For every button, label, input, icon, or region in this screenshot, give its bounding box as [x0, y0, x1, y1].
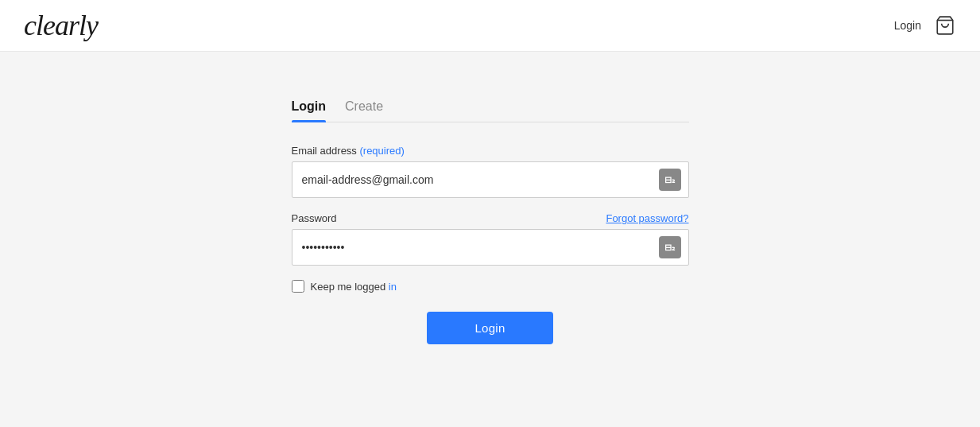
login-button-wrapper: Login [292, 312, 689, 344]
password-input[interactable] [292, 229, 689, 266]
email-field-group: Email address (required) ⊟₂ [292, 145, 689, 198]
password-label: Password [292, 212, 337, 224]
keep-logged-label: Keep me logged in [311, 281, 397, 293]
email-input-wrapper: ⊟₂ [292, 161, 689, 198]
password-field-header: Password Forgot password? [292, 212, 689, 224]
keep-logged-checkbox[interactable] [292, 280, 304, 293]
header: clearly Login [0, 0, 980, 52]
main-content: Login Create Email address (required) ⊟₂… [0, 52, 980, 344]
keep-logged-row: Keep me logged in [292, 280, 689, 293]
email-required-marker: (required) [359, 145, 404, 157]
cart-icon[interactable] [934, 14, 956, 37]
header-right: Login [894, 14, 956, 37]
email-field-header: Email address (required) [292, 145, 689, 157]
email-autofill-icon[interactable]: ⊟₂ [659, 169, 681, 191]
login-button[interactable]: Login [427, 312, 552, 344]
password-autofill-icon[interactable]: ⊟₂ [659, 236, 681, 258]
tab-bar: Login Create [292, 99, 689, 122]
logo: clearly [24, 9, 98, 42]
header-login-link[interactable]: Login [894, 19, 921, 32]
password-field-group: Password Forgot password? ⊟₂ [292, 212, 689, 266]
tab-create[interactable]: Create [345, 99, 383, 122]
form-container: Login Create Email address (required) ⊟₂… [292, 99, 689, 344]
forgot-password-link[interactable]: Forgot password? [606, 212, 688, 224]
cart-svg [935, 15, 955, 36]
tab-login[interactable]: Login [292, 99, 327, 122]
password-input-wrapper: ⊟₂ [292, 229, 689, 266]
email-input[interactable] [292, 161, 689, 198]
email-label: Email address (required) [292, 145, 405, 157]
keep-logged-link-text: in [389, 281, 397, 293]
